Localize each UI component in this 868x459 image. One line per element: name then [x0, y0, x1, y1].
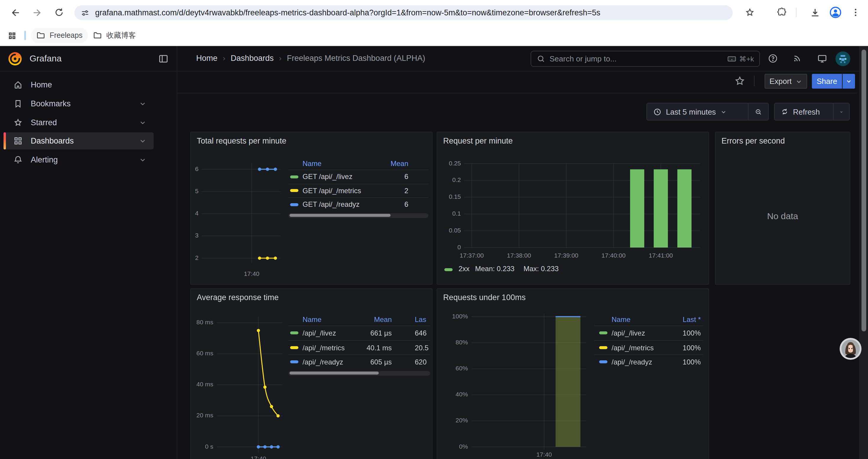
- chevron-down-icon[interactable]: [139, 100, 147, 107]
- legend-series-name[interactable]: /api/_/livez: [303, 326, 336, 340]
- breadcrumb-dashboards[interactable]: Dashboards: [231, 54, 274, 63]
- legend-series-name[interactable]: /api/_/readyz: [612, 355, 652, 369]
- breadcrumb-home[interactable]: Home: [196, 54, 217, 63]
- panel-errors-per-second[interactable]: Errors per second No data: [715, 132, 850, 285]
- legend-series-name[interactable]: GET /api/_/livez: [303, 170, 352, 184]
- legend-value: 40.1 ms: [344, 340, 392, 355]
- help-icon: [768, 53, 778, 64]
- grafana-logo[interactable]: [7, 51, 23, 67]
- legend-row[interactable]: /api/_/livez661 µs646: [288, 326, 430, 340]
- share-menu-button[interactable]: [843, 74, 855, 89]
- scrollbar-thumb[interactable]: [861, 50, 866, 331]
- legend-row[interactable]: /api/_/metrics100%: [594, 340, 703, 355]
- downloads-button[interactable]: [807, 4, 823, 21]
- bell-icon: [13, 155, 23, 165]
- legend-col-Mean[interactable]: Mean: [359, 158, 408, 169]
- extensions-button[interactable]: [773, 4, 790, 21]
- zoom-out-icon: [754, 107, 762, 116]
- help-button[interactable]: [768, 53, 778, 64]
- legend-col-Las[interactable]: Las: [415, 314, 430, 326]
- chevron-down-icon: [840, 108, 843, 115]
- panel-total-requests[interactable]: Total requests per minute 6543217:40 Nam…: [190, 132, 433, 285]
- brand-name[interactable]: Grafana: [30, 53, 61, 63]
- legend-value: 661 µs: [344, 326, 392, 340]
- breadcrumb: Home › Dashboards › Freeleaps Metrics Da…: [196, 54, 425, 63]
- legend-row[interactable]: GET /api/_/livez6: [288, 169, 428, 184]
- chevron-down-icon[interactable]: [139, 156, 147, 164]
- legend-col-name[interactable]: Name: [303, 314, 321, 326]
- sidebar-toggle-button[interactable]: [158, 53, 169, 64]
- puzzle-icon: [776, 7, 787, 18]
- url-bar[interactable]: grafana.mathmast.com/d/deytv4rwavabkb/fr…: [74, 5, 733, 20]
- favorite-dashboard-button[interactable]: [734, 75, 746, 87]
- export-button[interactable]: Export: [765, 74, 807, 89]
- legend-series-name[interactable]: /api/_/metrics: [303, 340, 345, 355]
- legend-col-Last *[interactable]: Last *: [650, 314, 701, 326]
- sidebar-item-label: Bookmarks: [31, 99, 71, 108]
- svg-text:17:40: 17:40: [251, 455, 266, 459]
- legend-col-Mean[interactable]: Mean: [344, 314, 392, 326]
- legend-max: Max: 0.233: [524, 265, 559, 273]
- legend-series-name[interactable]: GET /api/_/metrics: [303, 184, 361, 198]
- bookmark-star-button[interactable]: [742, 4, 758, 21]
- user-avatar-button[interactable]: [836, 52, 850, 66]
- url-text[interactable]: grafana.mathmast.com/d/deytv4rwavabkb/fr…: [95, 8, 600, 17]
- browser-forward-button[interactable]: [28, 4, 45, 21]
- legend-col-name[interactable]: Name: [303, 158, 321, 169]
- star-icon: [13, 118, 23, 128]
- search-input[interactable]: Search or jump to... ⌘+k: [531, 51, 760, 67]
- browser-reload-button[interactable]: [51, 4, 67, 21]
- page-scrollbar[interactable]: [859, 46, 868, 459]
- legend-col-name[interactable]: Name: [612, 314, 630, 326]
- sidebar-item-starred[interactable]: Starred: [4, 114, 154, 131]
- legend-series-name[interactable]: /api/_/livez: [612, 326, 645, 340]
- browser-back-button[interactable]: [7, 4, 24, 21]
- star-icon: [734, 75, 746, 87]
- news-button[interactable]: [793, 53, 802, 63]
- legend-row[interactable]: /api/_/metrics40.1 ms20.5 r: [288, 340, 430, 355]
- chevron-down-icon[interactable]: [139, 119, 147, 126]
- apps-grid-button[interactable]: [4, 27, 20, 44]
- legend-row[interactable]: GET /api/_/metrics2: [288, 184, 428, 197]
- chevron-down-icon[interactable]: [139, 137, 147, 145]
- folder-icon: [36, 31, 45, 40]
- legend-value: 646: [415, 326, 430, 340]
- legend-table: NameLast */api/_/livez100%/api/_/metrics…: [594, 314, 703, 369]
- home-icon: [13, 80, 23, 90]
- legend-series-name[interactable]: /api/_/metrics: [612, 340, 654, 355]
- panel-average-response-time[interactable]: Average response time 80 ms60 ms40 ms20 …: [190, 288, 433, 459]
- bookmark-folder-freeleaps[interactable]: Freeleaps: [31, 28, 88, 43]
- panel-requests-under-100ms[interactable]: Requests under 100ms 100%80%60%40%20%0%1…: [437, 288, 709, 459]
- sidebar-item-dashboards[interactable]: Dashboards: [4, 132, 154, 150]
- legend-value: 20.5 r: [415, 340, 430, 355]
- legend-scrollbar-thumb[interactable]: [289, 371, 379, 374]
- sidebar-item-home[interactable]: Home: [4, 76, 154, 93]
- assistant-avatar[interactable]: [840, 338, 862, 360]
- refresh-button[interactable]: Refresh: [775, 103, 833, 120]
- sidebar-item-alerting[interactable]: Alerting: [4, 151, 154, 168]
- legend-scrollbar-thumb[interactable]: [289, 214, 390, 217]
- monitor-button[interactable]: [816, 53, 828, 64]
- legend-row[interactable]: /api/_/readyz100%: [594, 355, 703, 369]
- panel-title[interactable]: Errors per second: [721, 136, 785, 145]
- legend-row[interactable]: /api/_/livez100%: [594, 326, 703, 340]
- legend-scrollbar[interactable]: [288, 371, 430, 375]
- site-settings-icon[interactable]: [80, 8, 90, 18]
- keyboard-icon: [727, 54, 737, 64]
- browser-menu-button[interactable]: [847, 4, 864, 21]
- legend-scrollbar[interactable]: [288, 213, 428, 218]
- legend-series-name[interactable]: /api/_/readyz: [303, 355, 343, 369]
- legend-row[interactable]: /api/_/readyz605 µs620: [288, 355, 430, 369]
- legend-series-name[interactable]: 2xx: [459, 265, 469, 273]
- legend-series-name[interactable]: GET /api/_/readyz: [303, 198, 360, 212]
- share-button[interactable]: Share: [812, 74, 842, 89]
- sidebar-item-bookmarks[interactable]: Bookmarks: [4, 95, 154, 112]
- legend-row[interactable]: GET /api/_/readyz6: [288, 197, 428, 211]
- time-range-picker[interactable]: Last 5 minutes: [647, 103, 748, 120]
- search-shortcut: ⌘+k: [727, 54, 754, 64]
- bookmark-folder-blogs[interactable]: 收藏博客: [88, 28, 141, 43]
- zoom-out-button[interactable]: [748, 103, 768, 120]
- refresh-interval-button[interactable]: [833, 103, 849, 120]
- panel-request-per-minute[interactable]: Request per minute 0.250.20.150.10.05017…: [437, 132, 709, 285]
- profile-button[interactable]: [827, 4, 844, 21]
